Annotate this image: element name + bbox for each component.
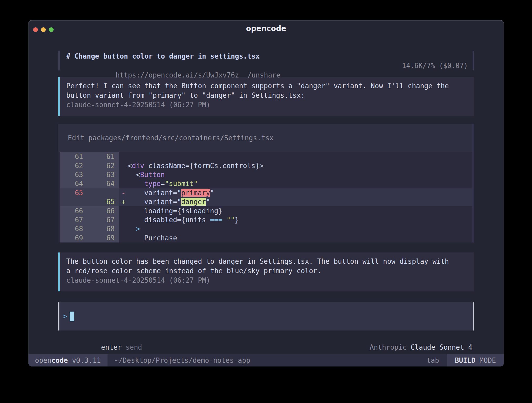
diff-view: 61616262<div className={formCs.controls}… — [58, 152, 474, 242]
diff-row: 6767 disabled={units === ""} — [60, 215, 474, 224]
mode-segment[interactable]: BUILD MODE — [447, 354, 504, 366]
model-label: Claude Sonnet 4 — [411, 343, 472, 351]
line-number-gutter: 6868 — [60, 224, 119, 233]
working-directory: ~/Desktop/Projects/demo-notes-app — [108, 357, 250, 364]
prompt-input[interactable]: > — [58, 302, 474, 330]
app-name-code: code — [52, 357, 68, 364]
diff-row: 6868 > — [60, 224, 474, 233]
desktop: opencode # Change button color to danger… — [0, 0, 532, 403]
unshare-command[interactable]: /unshare — [247, 71, 280, 79]
diff-scrollbar[interactable] — [472, 124, 474, 242]
diff-marker: + — [119, 198, 128, 206]
session-header: # Change button color to danger in setti… — [58, 51, 474, 70]
provider-label: Anthropic — [370, 343, 407, 351]
line-number-gutter: 6969 — [60, 234, 119, 242]
diff-row: 6969 Purchase — [60, 234, 474, 242]
diff-row: 65- variant="primary" — [60, 188, 474, 197]
assistant-message: The button color has been changed to dan… — [58, 252, 474, 291]
status-bar: opencode v0.3.11 ~/Desktop/Projects/demo… — [28, 354, 504, 366]
session-content: # Change button color to danger in setti… — [58, 51, 474, 361]
code-line: loading={isLoading} — [128, 207, 222, 215]
line-number-gutter: 65 — [60, 197, 119, 206]
tab-key-hint: tab — [427, 357, 447, 364]
line-number-gutter: 65 — [60, 188, 119, 197]
assistant-message-meta: claude-sonnet-4-20250514 (06:27 PM) — [66, 276, 466, 285]
diff-row: 6161 — [60, 152, 474, 161]
line-number-gutter: 6363 — [60, 170, 119, 179]
diff-row: 6464 type="submit" — [60, 179, 474, 188]
code-line: <Button — [128, 171, 165, 179]
diff-marker: - — [119, 189, 128, 197]
line-number-gutter: 6666 — [60, 206, 119, 215]
line-number-gutter: 6161 — [60, 152, 119, 161]
mode-word-label: MODE — [475, 357, 496, 364]
assistant-message-text: Perfect! I can see that the Button compo… — [66, 81, 450, 100]
enter-key-label: enter — [101, 343, 122, 351]
code-line: variant="primary" — [128, 189, 214, 197]
code-line: Purchase — [128, 234, 177, 242]
diff-row: 6363 <Button — [60, 170, 474, 179]
edit-tool-panel: Edit packages/frontend/src/containers/Se… — [58, 124, 474, 242]
line-number-gutter: 6767 — [60, 215, 119, 224]
code-line: type="submit" — [128, 180, 198, 188]
diff-row: 65+ variant="danger" — [60, 197, 474, 206]
window-title: opencode — [28, 24, 504, 33]
code-line: variant="danger" — [128, 198, 210, 206]
prompt-chevron-icon: > — [63, 312, 67, 320]
line-number-gutter: 6464 — [60, 179, 119, 188]
session-title: # Change button color to danger in setti… — [66, 51, 280, 61]
app-version-segment: opencode v0.3.11 — [28, 354, 108, 366]
app-name-open: open — [35, 357, 52, 364]
titlebar: opencode — [28, 20, 504, 35]
line-number-gutter: 6262 — [60, 161, 119, 170]
text-cursor — [70, 312, 74, 321]
mode-build-label: BUILD — [455, 357, 475, 364]
app-version: v0.3.11 — [68, 357, 101, 364]
diff-row: 6262<div className={formCs.controls}> — [60, 161, 474, 170]
enter-action-label: send — [126, 343, 142, 351]
assistant-message: Perfect! I can see that the Button compo… — [58, 77, 474, 116]
assistant-message-meta: claude-sonnet-4-20250514 (06:27 PM) — [66, 100, 466, 110]
share-url[interactable]: https://opencode.ai/s/UwJxv76z — [116, 71, 239, 79]
opencode-window: opencode # Change button color to danger… — [28, 20, 504, 366]
edit-tool-title: Edit packages/frontend/src/containers/Se… — [58, 124, 474, 152]
token-usage: 14.6K/7% ($0.07) — [402, 61, 468, 70]
code-line: disabled={units === ""} — [128, 216, 239, 224]
code-line: > — [128, 225, 140, 233]
assistant-message-text: The button color has been changed to dan… — [66, 257, 450, 276]
diff-row: 6666 loading={isLoading} — [60, 206, 474, 215]
code-line: <div className={formCs.controls}> — [128, 162, 264, 170]
